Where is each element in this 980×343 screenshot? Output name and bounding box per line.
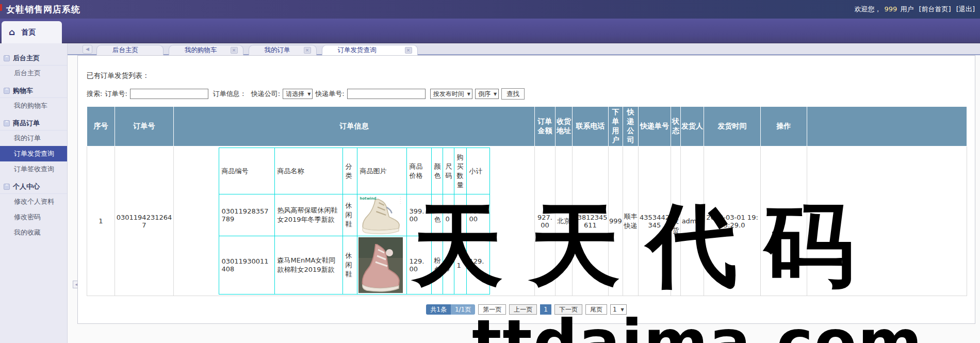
table-row: 1 03011942312647 商品编号 商品名称 分类 商品图片 商品价格 … bbox=[87, 146, 967, 296]
col-header-shipper: 发货人 bbox=[681, 107, 704, 146]
col-header-status: 状态 bbox=[671, 107, 681, 146]
sidebar-item-my-cart[interactable]: 我的购物车 bbox=[0, 98, 67, 113]
sidebar-group-personal[interactable]: ^ 个人中心 bbox=[0, 180, 67, 194]
item-color: 白色 bbox=[431, 194, 443, 236]
chevron-down-icon: ▼ bbox=[621, 307, 624, 312]
prev-page-button[interactable]: 上一页 bbox=[509, 304, 537, 315]
sidebar-group-orders[interactable]: ^ 商品订单 bbox=[0, 117, 67, 130]
inner-header-row: 商品编号 商品名称 分类 商品图片 商品价格 颜色 尺码 购买数量 小计 bbox=[219, 148, 489, 194]
inner-col-qty: 购买数量 bbox=[454, 148, 466, 194]
sneaker-illustration bbox=[358, 195, 403, 235]
col-header-phone: 联系电话 bbox=[573, 107, 609, 146]
content-panel: 已有订单发货列表： 搜索: 订单号: 订单信息： 快递公司: 请选择 ▼ 快递单… bbox=[77, 55, 975, 324]
col-header-express-no: 快递单号 bbox=[639, 107, 671, 146]
pagination-bar: 共1条 1/1页 第一页 上一页 1 下一页 尾页 1 ▼ bbox=[87, 304, 966, 315]
cell-amount: 927.00 bbox=[535, 146, 556, 296]
col-header-order-no: 订单号 bbox=[115, 107, 174, 146]
inner-col-category: 分类 bbox=[342, 148, 357, 194]
inner-col-size: 尺码 bbox=[443, 148, 454, 194]
sort-field-select[interactable]: 按发布时间 ▼ bbox=[430, 89, 472, 99]
table-header-row: 序号 订单号 订单信息 订单金额 收货地址 联系电话 下单用户 快递公司 快递单… bbox=[87, 107, 967, 146]
open-tabs: 后台主页 我的购物车 × 我的订单 × 订单发货查询 × bbox=[96, 45, 418, 55]
find-button[interactable]: 查找 bbox=[501, 88, 525, 100]
tab-my-orders[interactable]: 我的订单 × bbox=[249, 45, 317, 55]
item-subtotal: 129.00 bbox=[466, 236, 489, 295]
col-header-amount: 订单金额 bbox=[535, 107, 556, 146]
collapse-icon: ^ bbox=[4, 55, 10, 61]
top-header-bar: 女鞋销售网店系统 欢迎您，999用户 [前台首页] [退出] bbox=[0, 0, 980, 19]
page-number-selected: 1 bbox=[613, 306, 617, 313]
app-title: 女鞋销售网店系统 bbox=[6, 0, 80, 19]
last-page-button[interactable]: 尾页 bbox=[585, 304, 607, 315]
close-icon[interactable]: × bbox=[405, 47, 412, 54]
home-icon: ⌂ bbox=[9, 28, 15, 37]
close-icon[interactable]: × bbox=[304, 47, 311, 54]
item-product-name: 热风高帮保暖休闲鞋女2019年冬季新款 bbox=[274, 194, 342, 236]
tab-label: 我的购物车 bbox=[185, 46, 217, 55]
sneaker-illustration bbox=[358, 237, 403, 293]
item-color: 粉色 bbox=[431, 236, 443, 295]
express-company-select[interactable]: 请选择 ▼ bbox=[283, 89, 313, 99]
cell-status: 已发货 bbox=[671, 146, 681, 296]
logout-link[interactable]: [退出] bbox=[956, 5, 975, 13]
item-image-cell bbox=[357, 236, 406, 295]
home-tab-label: 首页 bbox=[21, 28, 36, 37]
item-size: 40 bbox=[443, 194, 454, 236]
sidebar-item-order-shipment-query[interactable]: 订单发货查询 bbox=[0, 146, 67, 161]
item-price: 129.00 bbox=[406, 236, 431, 295]
tab-scroll-left-button[interactable]: ◀ bbox=[83, 45, 92, 54]
next-page-button[interactable]: 下一页 bbox=[554, 304, 582, 315]
express-no-input[interactable] bbox=[347, 89, 426, 99]
sidebar-item-change-password[interactable]: 修改密码 bbox=[0, 209, 67, 225]
item-size: 40 bbox=[443, 236, 454, 295]
order-info-label: 订单信息： bbox=[213, 89, 247, 99]
sort-field-selected: 按发布时间 bbox=[433, 90, 464, 99]
cell-express-company: 顺丰快递 bbox=[623, 146, 639, 296]
secondary-nav-bar: ⌂ 首页 bbox=[0, 19, 980, 43]
order-items-table: 商品编号 商品名称 分类 商品图片 商品价格 颜色 尺码 购买数量 小计 030… bbox=[219, 148, 490, 295]
sidebar-item-backstage-home[interactable]: 后台主页 bbox=[0, 66, 67, 81]
cell-express-no: 4353442345 bbox=[639, 146, 671, 296]
front-home-link[interactable]: [前台首页] bbox=[919, 5, 951, 13]
welcome-text: 欢迎您， bbox=[855, 5, 881, 13]
inner-col-color: 颜色 bbox=[431, 148, 443, 194]
tab-label: 订单发货查询 bbox=[338, 46, 377, 55]
chevron-down-icon: ▼ bbox=[307, 92, 311, 96]
page-number-select[interactable]: 1 ▼ bbox=[610, 304, 627, 315]
cell-phone: 13812345611 bbox=[573, 146, 609, 296]
inner-col-price: 商品价格 bbox=[406, 148, 431, 194]
tab-order-shipment-query[interactable]: 订单发货查询 × bbox=[322, 45, 418, 55]
chevron-down-icon: ▼ bbox=[467, 92, 470, 96]
order-no-label: 订单号: bbox=[105, 89, 127, 99]
sidebar-group-backstage[interactable]: ^ 后台主页 bbox=[0, 52, 67, 66]
first-page-button[interactable]: 第一页 bbox=[478, 304, 506, 315]
sidebar-group-label: 后台主页 bbox=[13, 54, 40, 63]
home-tab[interactable]: ⌂ 首页 bbox=[2, 21, 62, 43]
tab-label: 后台主页 bbox=[112, 46, 138, 55]
brand-label: hotwind bbox=[360, 197, 377, 201]
tab-my-cart[interactable]: 我的购物车 × bbox=[169, 45, 243, 55]
tab-label: 我的订单 bbox=[265, 46, 290, 55]
item-qty: 1 bbox=[454, 236, 466, 295]
sidebar-item-my-orders[interactable]: 我的订单 bbox=[0, 130, 67, 146]
inner-col-product-name: 商品名称 bbox=[274, 148, 342, 194]
sidebar-item-my-favorites[interactable]: 我的收藏 bbox=[0, 225, 67, 240]
order-no-input[interactable] bbox=[130, 89, 208, 99]
item-subtotal: 798.00 bbox=[466, 194, 489, 236]
col-header-order-info: 订单信息 bbox=[174, 107, 535, 146]
item-product-no: 03011928357789 bbox=[219, 194, 274, 236]
current-page-indicator[interactable]: 1 bbox=[540, 304, 551, 315]
cell-shipper: admin bbox=[681, 146, 704, 296]
collapse-icon: ^ bbox=[4, 184, 10, 190]
sidebar-item-edit-profile[interactable]: 修改个人资料 bbox=[0, 194, 67, 209]
sidebar-item-order-receipt-query[interactable]: 订单签收查询 bbox=[0, 161, 67, 177]
sidebar-group-cart[interactable]: ^ 购物车 bbox=[0, 84, 67, 98]
close-icon[interactable]: × bbox=[231, 47, 238, 54]
item-category: 休闲鞋 bbox=[342, 194, 357, 236]
tab-backstage-home[interactable]: 后台主页 bbox=[96, 45, 164, 55]
sort-order-select[interactable]: 倒序 ▼ bbox=[475, 89, 499, 99]
search-toolbar: 搜索: 订单号: 订单信息： 快递公司: 请选择 ▼ 快递单号: 按发布时间 ▼… bbox=[87, 88, 966, 100]
orders-table: 序号 订单号 订单信息 订单金额 收货地址 联系电话 下单用户 快递公司 快递单… bbox=[87, 106, 967, 296]
collapse-icon: ^ bbox=[4, 120, 10, 126]
sidebar: ^ 后台主页 后台主页 ^ 购物车 我的购物车 ^ 商品订单 我的订单 订单发货… bbox=[0, 43, 68, 343]
